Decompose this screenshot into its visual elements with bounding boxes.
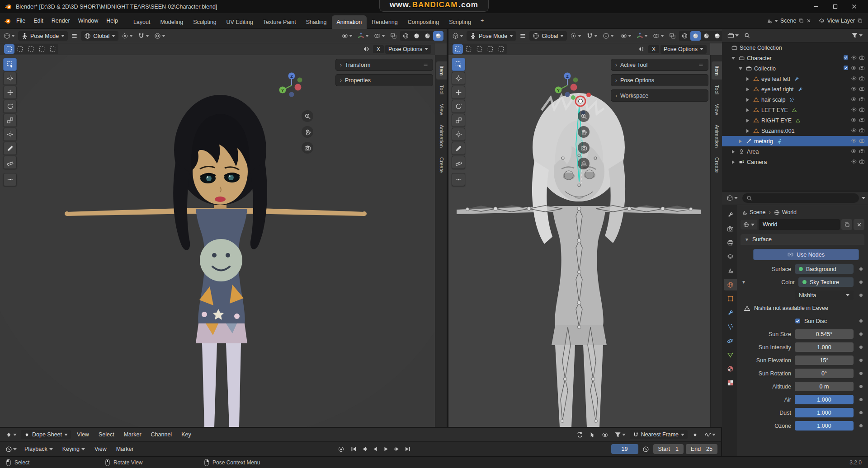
tool-cursor[interactable] — [3, 72, 17, 85]
field-altitude[interactable]: 0 m — [795, 382, 854, 391]
expand-toggle[interactable] — [746, 129, 752, 133]
properties-tab-object[interactable] — [724, 293, 737, 304]
tool-select-box[interactable] — [452, 58, 465, 71]
view-menus-button[interactable] — [69, 31, 80, 41]
properties-tab-physics[interactable] — [724, 335, 737, 346]
jump-end-button[interactable] — [403, 445, 413, 453]
outliner-row-suzanne-001[interactable]: Suzanne.001 — [722, 126, 868, 136]
sidebar-tab-animation[interactable]: Animation — [712, 121, 722, 152]
workspace-tab-scripting[interactable]: Scripting — [444, 15, 476, 29]
hide-toggle[interactable] — [851, 107, 857, 114]
animate-dot[interactable] — [859, 267, 863, 271]
tool-pose-breakdowner[interactable] — [3, 173, 17, 186]
surface-panel-header[interactable]: ▼Surface — [741, 234, 864, 245]
render-toggle[interactable] — [859, 65, 865, 72]
select-mode-intersect[interactable] — [47, 44, 58, 54]
properties-tab-tool[interactable] — [724, 209, 737, 220]
animate-dot[interactable] — [859, 319, 863, 323]
tool-cursor[interactable] — [452, 72, 465, 85]
view-layer-selector[interactable]: View Layer — [819, 18, 863, 24]
workspace-tab-animation[interactable]: Animation — [332, 15, 367, 29]
pose-mirror-button[interactable] — [361, 44, 372, 54]
outliner-row-character[interactable]: Character — [722, 53, 868, 63]
select-mode-intersect[interactable] — [496, 44, 506, 54]
chevron-down-icon[interactable] — [862, 197, 865, 199]
workspace-tab-modeling[interactable]: Modeling — [155, 15, 188, 29]
panel-grip-icon[interactable] — [698, 62, 704, 68]
tool-rotate[interactable] — [3, 100, 17, 113]
sidebar-tab-animation[interactable]: Animation — [436, 121, 447, 152]
filter-button[interactable] — [849, 31, 864, 40]
expand-toggle[interactable] — [732, 160, 737, 164]
world-name-field[interactable]: World — [759, 219, 840, 230]
expand-caret-icon[interactable]: ▼ — [741, 280, 747, 285]
editor-type-button[interactable] — [450, 31, 465, 41]
timeline-menu-playback[interactable]: Playback — [21, 445, 57, 454]
new-view-layer-icon[interactable] — [857, 18, 863, 23]
show-overlays-button[interactable] — [372, 31, 387, 41]
render-toggle[interactable] — [859, 159, 865, 166]
filter-button[interactable] — [613, 430, 627, 440]
sidebar-tab-view[interactable]: View — [712, 100, 722, 119]
outliner-row-eye-leaf-right[interactable]: eye leaf right — [722, 84, 868, 94]
editor-type-button[interactable] — [2, 31, 17, 41]
timeline-menu-marker[interactable]: Marker — [113, 445, 137, 454]
animate-dot[interactable] — [859, 346, 863, 349]
render-toggle[interactable] — [859, 138, 865, 145]
properties-tab-view-layer[interactable] — [724, 251, 737, 262]
hide-toggle[interactable] — [851, 159, 857, 166]
sidebar-tab-create[interactable]: Create — [712, 153, 722, 177]
render-toggle[interactable] — [859, 107, 865, 114]
tool-annotate[interactable] — [3, 142, 17, 155]
editor-type-button[interactable] — [4, 430, 19, 440]
toggle-xray-button[interactable] — [388, 31, 399, 41]
shading-material-button[interactable] — [422, 31, 433, 41]
play-reverse-button[interactable] — [370, 445, 380, 453]
use-nodes-button[interactable]: Use Nodes — [753, 249, 859, 260]
maximize-button[interactable] — [826, 0, 844, 13]
properties-tab-particles[interactable] — [724, 321, 737, 332]
mirror-x-toggle[interactable]: X — [648, 45, 659, 53]
workspace-tab-rendering[interactable]: Rendering — [367, 15, 403, 29]
shading-solid-button[interactable] — [411, 31, 422, 41]
panel-grip-icon[interactable] — [423, 62, 429, 68]
shading-wireframe-button[interactable] — [679, 31, 690, 41]
properties-search-input[interactable] — [742, 193, 859, 203]
exclude-checkbox[interactable] — [843, 55, 849, 61]
sidebar-tab-tool[interactable]: Tool — [436, 81, 447, 98]
workspace-tab-texture-paint[interactable]: Texture Paint — [258, 15, 301, 29]
animate-dot[interactable] — [859, 294, 863, 297]
hide-toggle[interactable] — [851, 75, 857, 83]
expand-toggle[interactable] — [739, 67, 745, 70]
select-mode-extend[interactable] — [15, 44, 25, 54]
tool-measure[interactable] — [3, 156, 17, 169]
render-toggle[interactable] — [859, 96, 865, 103]
dopesheet-menu-key[interactable]: Key — [178, 430, 195, 439]
tool-pose-breakdowner[interactable] — [452, 173, 465, 186]
field-air[interactable]: 1.000 — [795, 395, 854, 404]
camera-view-gadget[interactable] — [578, 142, 590, 154]
select-mode-invert[interactable] — [37, 44, 47, 54]
outliner-row-left-eye[interactable]: LEFT EYE — [722, 105, 868, 115]
object-visibility-button[interactable] — [340, 31, 354, 41]
new-world-button[interactable] — [841, 219, 852, 230]
animate-dot[interactable] — [859, 411, 863, 414]
select-mode-set[interactable] — [4, 44, 14, 54]
mirror-x-toggle[interactable]: X — [373, 45, 384, 53]
outliner-row-camera[interactable]: Camera — [722, 157, 868, 167]
play-button[interactable] — [381, 445, 391, 453]
properties-tab-output[interactable] — [724, 237, 737, 248]
properties-tab-world[interactable] — [724, 279, 737, 290]
proportional-edit-button[interactable] — [152, 31, 167, 41]
field-ozone[interactable]: 1.000 — [795, 421, 854, 431]
zoom-gadget[interactable] — [578, 110, 590, 122]
dopesheet-menu-marker[interactable]: Marker — [120, 430, 145, 439]
minimize-button[interactable] — [807, 0, 826, 13]
tool-move[interactable] — [3, 86, 17, 99]
expand-toggle[interactable] — [746, 77, 752, 81]
pose-options-dropdown[interactable]: Pose Options — [660, 45, 707, 54]
properties-tab-render[interactable] — [724, 223, 737, 234]
hide-toggle[interactable] — [851, 96, 857, 103]
properties-editor-type-button[interactable] — [725, 193, 740, 203]
hide-toggle[interactable] — [851, 55, 857, 62]
